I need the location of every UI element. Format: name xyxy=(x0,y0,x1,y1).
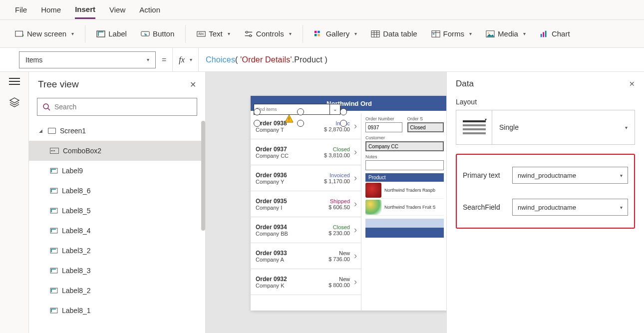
property-dropdown[interactable]: Items ▾ xyxy=(19,51,156,68)
hamburger-icon[interactable] xyxy=(9,78,20,85)
tree-item-label8-1[interactable]: Label8_1 xyxy=(29,301,205,321)
tree-item-label9[interactable]: Label9 xyxy=(29,161,205,181)
chart-icon xyxy=(540,29,549,38)
footer-bar xyxy=(365,228,444,238)
menu-home[interactable]: Home xyxy=(41,1,61,18)
forms-label: Forms xyxy=(443,29,465,38)
order-row[interactable]: Order 0933Company ANew$ 736.00› xyxy=(251,243,361,269)
close-icon[interactable]: ✕ xyxy=(629,80,635,88)
product-row[interactable]: Northwind Traders Raspb xyxy=(365,182,444,199)
order-number: Order 0936 xyxy=(256,172,313,179)
menu-view[interactable]: View xyxy=(109,1,125,18)
primary-text-select[interactable]: nwind_productname ▾ xyxy=(512,167,628,184)
layout-select[interactable]: Single ▾ xyxy=(456,110,635,145)
data-table-button[interactable]: Data table xyxy=(366,26,422,41)
tree-item-combobox2[interactable]: ComboBox2 xyxy=(29,141,205,161)
product-row[interactable]: Northwind Traders Fruit S xyxy=(365,199,444,216)
close-icon[interactable]: ✕ xyxy=(190,80,196,89)
product-name: Northwind Traders Raspb xyxy=(384,188,435,193)
order-company: Company A xyxy=(256,257,313,263)
media-label: Media xyxy=(498,29,518,38)
tree-item-label8-2[interactable]: Label8_2 xyxy=(29,281,205,301)
new-screen-button[interactable]: + New screen ▾ xyxy=(10,26,79,41)
order-row[interactable]: Order 0936Company YInvoiced$ 1,170.00› xyxy=(251,165,361,191)
order-number-input[interactable] xyxy=(365,122,402,132)
product-name: Northwind Traders Fruit S xyxy=(384,205,436,210)
order-number: Order 0932 xyxy=(256,276,313,283)
tree-search[interactable] xyxy=(37,98,197,116)
svg-rect-10 xyxy=(315,34,317,36)
divider xyxy=(85,25,85,43)
menu-file[interactable]: File xyxy=(15,1,27,18)
resize-handle[interactable] xyxy=(340,120,347,127)
data-table-icon xyxy=(371,29,380,38)
menu-action[interactable]: Action xyxy=(139,1,160,18)
controls-button[interactable]: Controls ▾ xyxy=(239,26,297,41)
layout-label: Layout xyxy=(456,98,635,106)
details-pane: Order Number Order S Customer Notes xyxy=(361,113,446,311)
chevron-right-icon: › xyxy=(354,199,357,209)
scrollbar-thumb[interactable] xyxy=(201,121,205,231)
chevron-down-icon: ▾ xyxy=(228,31,230,36)
tree-item-label: Label8_2 xyxy=(62,287,91,295)
search-field-label: SearchField xyxy=(463,203,500,211)
order-row[interactable]: Order 0932Company KNew$ 800.00› xyxy=(251,269,361,295)
order-price: $ 230.00 xyxy=(315,230,350,236)
formula-str: 'Order Details' xyxy=(240,55,292,64)
chevron-down-icon: ▾ xyxy=(620,205,623,210)
gallery-button[interactable]: Gallery ▾ xyxy=(309,26,362,41)
text-button[interactable]: Abc Text ▾ xyxy=(192,26,235,41)
menubar: File Home Insert View Action xyxy=(0,0,644,20)
resize-handle[interactable] xyxy=(297,120,304,127)
order-row[interactable]: Order 0937Company CCClosed$ 3,810.00› xyxy=(251,139,361,165)
resize-handle[interactable] xyxy=(297,108,304,115)
resize-handle[interactable] xyxy=(254,120,261,127)
text-icon: Abc xyxy=(197,29,206,38)
media-button[interactable]: Media ▾ xyxy=(481,26,531,41)
field-label: Customer xyxy=(365,135,444,140)
forms-button[interactable]: Forms ▾ xyxy=(426,26,477,41)
text-label: Text xyxy=(209,29,223,38)
chevron-down-icon: ▾ xyxy=(354,31,357,36)
label-icon xyxy=(50,287,58,295)
resize-handle[interactable] xyxy=(254,108,261,115)
tree-item-label: Label8_1 xyxy=(62,307,91,315)
fx-icon: fx xyxy=(179,55,185,64)
chevron-down-icon: ▾ xyxy=(469,31,472,36)
tree-item-label8-3[interactable]: Label8_3 xyxy=(29,261,205,281)
menu-insert[interactable]: Insert xyxy=(75,1,95,19)
formula-fn: Choices xyxy=(206,55,235,64)
media-icon xyxy=(486,29,495,38)
search-input[interactable] xyxy=(54,103,192,111)
notes-input[interactable] xyxy=(365,160,444,170)
fx-button[interactable]: fx ▾ xyxy=(172,48,199,72)
order-status-input[interactable] xyxy=(407,122,444,132)
chart-button[interactable]: Chart xyxy=(535,26,575,41)
search-field-value: nwind_productname xyxy=(518,204,576,211)
order-row[interactable]: Order 0934Company BBClosed$ 230.00› xyxy=(251,217,361,243)
chevron-down-icon: ▾ xyxy=(625,125,628,130)
field-label: Order Number xyxy=(365,116,402,121)
tree-item-label3-2[interactable]: Label3_2 xyxy=(29,241,205,261)
order-row[interactable]: Order 0935Company IShipped$ 606.50› xyxy=(251,191,361,217)
controls-icon xyxy=(244,29,253,38)
combobox-icon xyxy=(50,148,59,154)
tree-item-label8-5[interactable]: Label8_5 xyxy=(29,201,205,221)
property-label: Items xyxy=(25,56,42,64)
chevron-right-icon: › xyxy=(354,121,357,131)
label-button[interactable]: Label xyxy=(91,26,132,41)
tree-item-label8-6[interactable]: Label8_6 xyxy=(29,181,205,201)
tree-item-label: Label8_6 xyxy=(62,187,91,195)
combobox-input[interactable] xyxy=(254,104,319,114)
tree-item-screen1[interactable]: ◢ Screen1 xyxy=(29,121,205,141)
formula-input[interactable]: Choices( 'Order Details'.Product ) xyxy=(199,55,644,64)
layers-icon[interactable] xyxy=(9,97,20,108)
tree-item-label8-4[interactable]: Label8_4 xyxy=(29,221,205,241)
warning-icon: ! xyxy=(285,114,294,123)
resize-handle[interactable] xyxy=(340,108,347,115)
search-field-select[interactable]: nwind_productname ▾ xyxy=(512,199,628,216)
svg-point-7 xyxy=(249,34,251,36)
customer-input[interactable] xyxy=(365,141,444,151)
combobox-selected[interactable]: ⌄ xyxy=(254,104,340,115)
button-button[interactable]: Button xyxy=(136,26,179,41)
